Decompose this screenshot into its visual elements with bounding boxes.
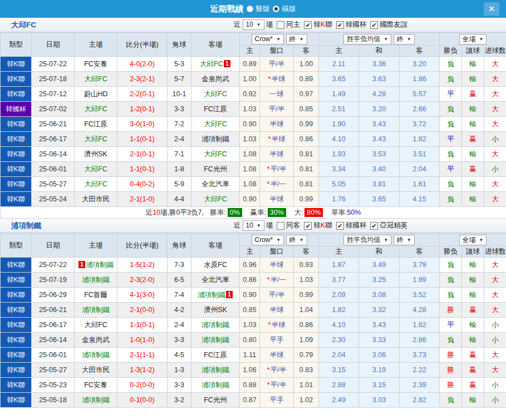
match-row: 韓K聯25-06-17大邱FC1-1(0-1)2-4浦項制鐵1.03*半球0.8… — [1, 318, 506, 333]
match-row: 韓K聯25-06-21FC江原3-0(1-0)7-2大邱FC0.90半球0.99… — [1, 117, 506, 132]
final-mean-select[interactable]: 終▼ — [394, 235, 415, 245]
home-team-cell: 大邱FC — [75, 72, 117, 87]
mean-draw-cell: 3.36 — [359, 57, 400, 72]
date-cell: 25-05-18 — [32, 393, 75, 408]
subcol-result-handicap: 讓球 — [462, 246, 484, 258]
handicap-cell: 半球 — [260, 258, 294, 273]
league-checkbox[interactable] — [336, 222, 344, 230]
team-name: 浦項制鐵 — [202, 381, 229, 389]
result-handicap-cell: 輸 — [462, 273, 484, 288]
score-cell: 2-2(0-1) — [117, 87, 168, 102]
result-handicap-cell: 輸 — [462, 147, 484, 162]
mean-away-cell: 2.22 — [400, 363, 440, 378]
match-count-select[interactable]: 10▼ — [243, 19, 264, 30]
handicap-star-icon: * — [267, 180, 270, 188]
final-mean-select[interactable]: 終▼ — [394, 34, 415, 45]
final-odds-select[interactable]: 終▼ — [286, 34, 307, 45]
score-cell: 2-3(2-0) — [117, 273, 168, 288]
summary-text: 近10場,勝0平3负7, 勝率:0% 赢率:30% 大:80% 單率:50% — [1, 207, 506, 219]
team-name: 大邱FC — [84, 105, 107, 113]
mean-home-cell: 3.34 — [319, 162, 359, 177]
same-venue-checkbox[interactable] — [277, 222, 284, 230]
mean-draw-cell: 3.06 — [359, 348, 400, 363]
match-row: 韓K聯25-05-18浦項制鐵0-1(0-0)3-2FC光州0.87平手1.02… — [1, 393, 506, 408]
away-team-cell: 大邱FC1 — [191, 57, 240, 72]
type-cell: 韓K聯 — [1, 288, 32, 303]
odds-source-select[interactable]: Crow*▼ — [252, 34, 284, 45]
subcol-result-handicap: 讓球 — [462, 46, 484, 57]
mean-draw-cell: 3.43 — [359, 132, 400, 147]
same-venue-checkbox[interactable] — [277, 21, 284, 29]
mean-odds-select[interactable]: 胜平负均值▼ — [343, 235, 391, 245]
match-row: 韓國杯25-07-02大邱FC1-2(0-1)3-3FC江原1.03平/半0.8… — [1, 102, 506, 117]
league-label: 韓K聯 — [313, 221, 332, 230]
score-cell: 4-0(2-0) — [117, 57, 168, 72]
date-cell: 25-06-17 — [32, 132, 75, 147]
type-cell: 韓K聯 — [1, 87, 32, 102]
score-cell: 2-1(1-1) — [117, 348, 168, 363]
away-team-cell: 濟州SK — [191, 303, 240, 318]
date-cell: 25-06-21 — [32, 117, 75, 132]
mean-away-cell: 1.82 — [400, 318, 440, 333]
home-team-cell: 大邱FC — [75, 102, 117, 117]
result-wdl-cell: 負 — [440, 177, 462, 192]
home-team-cell: 浦項制鐵 — [75, 273, 117, 288]
league-checkbox[interactable] — [370, 21, 378, 29]
odds-away-cell: 0.97 — [294, 87, 319, 102]
type-cell: 韓國杯 — [1, 102, 32, 117]
away-team-cell: 浦項制鐵1 — [191, 288, 240, 303]
mean-away-cell: 3.51 — [400, 147, 440, 162]
home-team-cell: 蔚山HD — [75, 87, 117, 102]
close-button[interactable]: ✕ — [484, 2, 499, 16]
league-checkbox[interactable] — [304, 21, 312, 29]
type-cell: 韓K聯 — [1, 258, 32, 273]
mean-draw-cell: 3.03 — [359, 393, 400, 408]
col-header-score: 比分(半場) — [117, 234, 168, 258]
away-team-cell: FC光州 — [191, 393, 240, 408]
result-handicap-cell: 赢 — [462, 162, 484, 177]
layout-radio-horizontal[interactable] — [273, 6, 279, 12]
match-count-select[interactable]: 10▼ — [243, 220, 264, 231]
match-row: 韓K聯25-06-14金泉尚武1-0(1-0)3-3浦項制鐵0.80平手1.09… — [1, 333, 506, 348]
odds-source-select[interactable]: Crow*▼ — [252, 235, 284, 245]
corner-cell: 3-3 — [168, 102, 191, 117]
mean-group-header: 胜平负均值▼ 終▼ — [319, 234, 440, 246]
team-name: 浦項制鐵 — [198, 291, 225, 299]
corner-cell: 3-3 — [168, 333, 191, 348]
result-handicap-cell: 赢 — [462, 87, 484, 102]
subcol-handicap: 盤口 — [260, 46, 294, 57]
team-section-home: 大邱FC 近 10▼ 場 同主 韓K聯 韓國杯 國際友誼 類型 — [0, 18, 506, 219]
result-goals-cell: 大 — [484, 117, 506, 132]
final-odds-select[interactable]: 終▼ — [286, 235, 307, 245]
scope-select[interactable]: 全場▼ — [459, 235, 487, 245]
handicap-cell: 半球 — [260, 117, 294, 132]
mean-odds-select[interactable]: 胜平负均值▼ — [343, 34, 391, 45]
layout-radio-vertical[interactable] — [247, 6, 253, 12]
odds-away-cell: 0.99 — [294, 288, 319, 303]
handicap-cell: *半球 — [260, 132, 294, 147]
score-cell: 0-2(0-0) — [117, 378, 168, 393]
type-cell: 韓K聯 — [1, 273, 32, 288]
result-goals-cell: 大 — [484, 72, 506, 87]
league-checkbox[interactable] — [336, 21, 344, 29]
away-team-cell: 全北汽車 — [191, 273, 240, 288]
result-wdl-cell: 勝 — [440, 348, 462, 363]
odds-home-cell: 0.87 — [240, 393, 260, 408]
scope-select[interactable]: 全場▼ — [459, 34, 487, 45]
team-name: 浦項制鐵 — [202, 366, 229, 374]
league-checkbox[interactable] — [304, 222, 312, 230]
league-checkbox[interactable] — [370, 222, 378, 230]
away-team-cell: 大邱FC — [191, 192, 240, 207]
col-header-corner: 角球 — [168, 33, 191, 57]
handicap-cell: *平/半 — [260, 363, 294, 378]
matches-table: 類型 日期 主場 比分(半場) 角球 客場 Crow*▼ 終▼ 胜平负均值▼ 終… — [0, 233, 506, 408]
team-name: 浦項制鐵 — [202, 135, 229, 143]
odds-away-cell: 0.89 — [294, 72, 319, 87]
col-header-away: 客場 — [191, 33, 240, 57]
mean-away-cell: 2.82 — [400, 393, 440, 408]
chevron-down-icon: ▼ — [257, 221, 261, 230]
score-cell: 1-3(1-2) — [117, 363, 168, 378]
match-row: 韓K聯25-07-12蔚山HD2-2(0-1)10-1大邱FC0.92一球0.9… — [1, 87, 506, 102]
type-cell: 韓K聯 — [1, 363, 32, 378]
mean-away-cell: 4.28 — [400, 303, 440, 318]
